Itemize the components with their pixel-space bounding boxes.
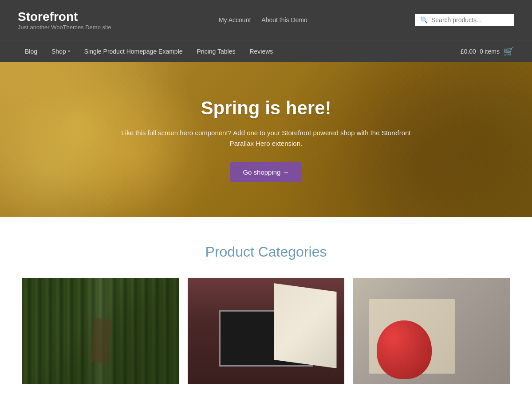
category-image-kitchen [353,278,510,384]
nav-links: Blog Shop ▾ Single Product Homepage Exam… [18,42,280,61]
brand-area: Storefront Just another WooThemes Demo s… [18,9,111,31]
cart-area[interactable]: £0.00 0 items 🛒 [461,46,514,57]
reviews-nav-link[interactable]: Reviews [242,42,280,61]
cart-price: £0.00 [461,48,476,55]
shop-chevron-icon: ▾ [68,49,70,54]
hero-section: Spring is here! Like this full screen he… [0,62,532,217]
category-image-electronics [188,278,344,384]
hero-subtitle: Like this full screen hero component? Ad… [120,128,413,149]
my-account-link[interactable]: My Account [219,16,251,23]
about-demo-link[interactable]: About this Demo [261,16,307,23]
shop-nav-link[interactable]: Shop ▾ [44,42,77,61]
top-nav: My Account About this Demo [219,16,307,23]
go-shopping-button[interactable]: Go shopping → [230,162,301,182]
category-image-outdoor [22,278,179,384]
cart-icon: 🛒 [503,46,514,57]
hero-title: Spring is here! [120,98,413,119]
categories-section: Product Categories [0,217,532,398]
pricing-tables-nav-link[interactable]: Pricing Tables [190,42,243,61]
category-card-kitchen[interactable] [353,278,510,384]
shop-label: Shop [51,48,66,55]
category-card-outdoor[interactable] [22,278,179,384]
brand-tagline: Just another WooThemes Demo site [18,24,111,31]
blog-nav-link[interactable]: Blog [18,42,44,61]
categories-title: Product Categories [18,244,514,260]
search-input[interactable] [431,16,509,23]
search-icon: 🔍 [420,16,428,23]
search-bar: 🔍 [415,14,514,26]
brand-title[interactable]: Storefront [18,9,111,24]
nav-bar: Blog Shop ▾ Single Product Homepage Exam… [0,40,532,62]
categories-grid [22,278,510,384]
hero-content: Spring is here! Like this full screen he… [111,80,422,200]
cart-items-label: 0 items [480,48,500,55]
top-bar: Storefront Just another WooThemes Demo s… [0,0,532,40]
category-card-electronics[interactable] [188,278,344,384]
single-product-nav-link[interactable]: Single Product Homepage Example [77,42,190,61]
